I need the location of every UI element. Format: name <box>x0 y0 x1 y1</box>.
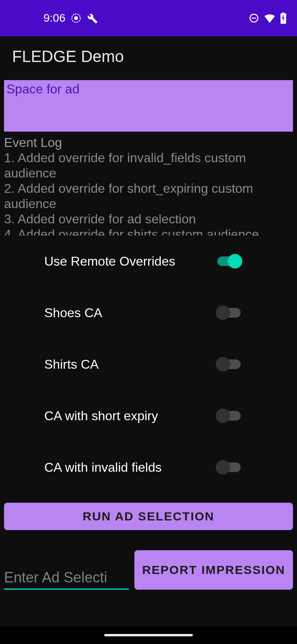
toggle-label: Shirts CA <box>44 357 99 372</box>
toggle-list: Use Remote Overrides Shoes CA Shirts CA … <box>0 235 297 493</box>
page-title: FLEDGE Demo <box>0 36 297 80</box>
ad-selection-input-wrap <box>4 569 129 590</box>
toggle-row-shirts-ca: Shirts CA <box>44 339 297 390</box>
status-bar: 9:06 <box>0 0 297 36</box>
toggle-row-invalid-fields: CA with invalid fields <box>44 442 297 493</box>
event-log-item: 4. Added override for shirts custom audi… <box>4 227 293 235</box>
toggle-switch-short-expiry[interactable] <box>217 411 241 421</box>
event-log-item: 2. Added override for short_expiring cus… <box>4 181 293 211</box>
status-right <box>249 12 287 24</box>
wifi-icon <box>264 13 275 23</box>
svg-point-1 <box>74 16 78 20</box>
toggle-row-short-expiry: CA with short expiry <box>44 390 297 442</box>
toggle-label: Shoes CA <box>44 305 102 320</box>
ad-selection-input[interactable] <box>4 569 129 586</box>
status-left: 9:06 <box>43 12 98 25</box>
navigation-bar <box>0 626 297 644</box>
gear-icon <box>70 12 82 24</box>
status-time: 9:06 <box>43 12 66 25</box>
toggle-row-remote-overrides: Use Remote Overrides <box>44 235 297 287</box>
ad-space: Space for ad <box>4 80 293 132</box>
bottom-row: REPORT IMPRESSION <box>0 530 297 590</box>
report-impression-button[interactable]: REPORT IMPRESSION <box>134 550 293 590</box>
toggle-label: CA with invalid fields <box>44 460 162 475</box>
toggle-switch-invalid-fields[interactable] <box>217 462 241 472</box>
toggle-switch-remote-overrides[interactable] <box>217 256 241 266</box>
nav-pill[interactable] <box>104 634 193 636</box>
dnd-icon <box>249 13 259 23</box>
event-log-item: 1. Added override for invalid_fields cus… <box>4 150 293 181</box>
battery-icon <box>280 12 287 24</box>
event-log-title: Event Log <box>4 135 293 150</box>
toggle-switch-shoes-ca[interactable] <box>217 308 241 318</box>
wrench-icon <box>87 12 98 24</box>
toggle-label: Use Remote Overrides <box>44 254 175 269</box>
event-log: Event Log 1. Added override for invalid_… <box>0 132 297 235</box>
run-ad-selection-button[interactable]: RUN AD SELECTION <box>4 503 293 530</box>
ad-space-text: Space for ad <box>6 82 79 96</box>
toggle-switch-shirts-ca[interactable] <box>217 359 241 369</box>
toggle-row-shoes-ca: Shoes CA <box>44 287 297 339</box>
toggle-label: CA with short expiry <box>44 409 158 423</box>
event-log-item: 3. Added override for ad selection <box>4 211 293 227</box>
